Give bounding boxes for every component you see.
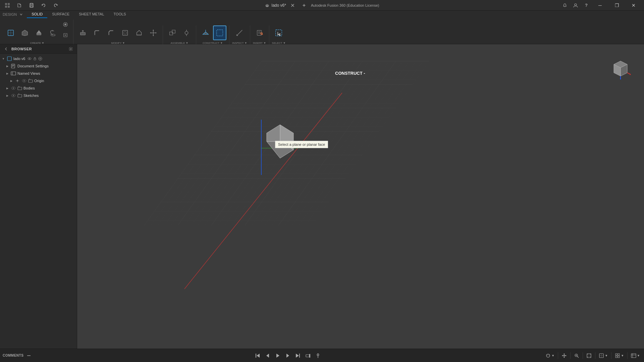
timeline-marker-button[interactable]: [314, 352, 322, 360]
svg-rect-119: [615, 354, 617, 355]
close-button[interactable]: ✕: [626, 0, 641, 11]
undo-button[interactable]: [39, 1, 48, 10]
svg-marker-84: [267, 125, 280, 141]
root-add-button[interactable]: [38, 56, 43, 61]
new-component-button[interactable]: [166, 25, 179, 40]
svg-marker-17: [22, 30, 28, 36]
redo-button[interactable]: [51, 1, 60, 10]
press-pull-button[interactable]: [76, 25, 90, 40]
svg-marker-26: [137, 31, 142, 35]
bodies-folder-icon: [17, 86, 22, 90]
pan-control-button[interactable]: [560, 351, 568, 360]
timeline-capture-button[interactable]: [304, 352, 312, 360]
tree-arrow-origin: ▶: [9, 79, 13, 83]
inspector-button[interactable]: ▼: [630, 351, 641, 360]
timeline-skip-start-button[interactable]: [254, 352, 262, 360]
move-button[interactable]: [147, 25, 160, 40]
extrude-button[interactable]: [32, 25, 46, 40]
measure-button[interactable]: [233, 25, 246, 40]
tree-item-origin[interactable]: ▶ Origin: [0, 77, 77, 84]
tab-tools[interactable]: TOOLS: [109, 11, 131, 18]
help-button[interactable]: ?: [582, 1, 591, 10]
tab-solid[interactable]: SOLID: [27, 11, 47, 18]
fit-view-button[interactable]: [585, 351, 593, 360]
grid-settings-button[interactable]: ▼: [613, 351, 625, 360]
zoom-control-button[interactable]: [573, 351, 581, 360]
svg-marker-105: [564, 353, 565, 354]
scale-button[interactable]: [132, 25, 146, 40]
viewport[interactable]: Select a plane or planar face CONSTRUCT …: [77, 44, 644, 349]
comments-area: COMMENTS: [3, 353, 32, 358]
origin-icon: [15, 78, 20, 83]
helmet-icon: [265, 3, 270, 8]
insert-derive-button[interactable]: [253, 25, 266, 40]
svg-rect-59: [11, 64, 15, 68]
joint-button[interactable]: [180, 25, 193, 40]
root-file-icon: [7, 56, 12, 61]
offset-plane-button[interactable]: [199, 25, 212, 40]
svg-rect-78: [144, 61, 429, 225]
timeline-next-button[interactable]: [284, 352, 292, 360]
sketch-button[interactable]: [4, 25, 17, 40]
3d-shape: [260, 121, 300, 162]
tree-item-sketches[interactable]: ▶ Sketches: [0, 92, 77, 99]
browser-settings-button[interactable]: [67, 46, 74, 52]
svg-point-13: [575, 4, 577, 6]
toolbar-group-create: CREATE ▼: [3, 19, 73, 45]
tree-item-doc-settings[interactable]: ▶ Document Settings: [0, 62, 77, 70]
fillet-button[interactable]: [90, 25, 104, 40]
svg-rect-6: [30, 6, 33, 7]
shell-button[interactable]: [118, 25, 132, 40]
sketches-folder-icon: [17, 93, 22, 98]
tree-item-bodies[interactable]: ▶ Bodies: [0, 84, 77, 92]
chamfer-button[interactable]: [104, 25, 118, 40]
file-menu-button[interactable]: [15, 1, 24, 10]
tab-sheet-metal[interactable]: SHEET METAL: [74, 11, 109, 18]
svg-rect-55: [34, 58, 36, 60]
restore-button[interactable]: ❐: [609, 0, 625, 11]
create-btn-2[interactable]: [60, 30, 70, 40]
notifications-button[interactable]: [560, 1, 570, 10]
root-eye-button[interactable]: [27, 56, 32, 61]
vp-separator-4: [595, 352, 595, 359]
browser-content: ▼ lado v6 ▶ D: [0, 54, 77, 349]
solid-form-button[interactable]: [18, 25, 32, 40]
origin-folder-icon: [28, 78, 33, 83]
timeline-play-button[interactable]: [274, 352, 282, 360]
svg-rect-121: [615, 356, 617, 358]
tree-item-named-views[interactable]: ▶ Named Views: [0, 70, 77, 77]
select-button[interactable]: [272, 25, 285, 40]
browser-title: BROWSER: [11, 47, 32, 51]
display-mode-button[interactable]: ▼: [597, 351, 609, 360]
title-text: Autodesk Fusion 360 (Education License): [311, 3, 379, 7]
svg-rect-18: [37, 33, 41, 35]
tree-item-root[interactable]: ▼ lado v6: [0, 55, 77, 62]
svg-rect-41: [217, 30, 223, 36]
tab-close-button[interactable]: [288, 1, 298, 10]
save-button[interactable]: [27, 1, 36, 10]
comments-close-button[interactable]: [26, 353, 32, 358]
construct-icons: [199, 25, 226, 40]
svg-rect-76: [18, 95, 22, 97]
revolve-button[interactable]: [46, 25, 60, 40]
svg-point-36: [185, 31, 188, 34]
account-button[interactable]: [571, 1, 580, 10]
root-lock-button[interactable]: [33, 56, 37, 61]
origin-visibility-icon: [21, 78, 27, 83]
vp-separator-2: [570, 352, 571, 359]
new-tab-button[interactable]: [300, 1, 309, 10]
inspect-icons: [233, 25, 246, 40]
tab-surface[interactable]: SURFACE: [47, 11, 74, 18]
titlebar-center: lado v6* Autodesk Fusion 360 (Education …: [265, 1, 379, 10]
select-btn-construct[interactable]: [213, 25, 226, 40]
svg-point-72: [13, 87, 14, 89]
minimize-button[interactable]: ─: [592, 0, 608, 11]
browser-collapse-button[interactable]: [3, 46, 9, 52]
timeline-skip-end-button[interactable]: [294, 352, 302, 360]
viewcube[interactable]: [607, 54, 634, 81]
timeline-prev-button[interactable]: [264, 352, 272, 360]
svg-point-54: [29, 58, 30, 59]
app-menu-button[interactable]: [3, 1, 12, 10]
create-btn-1[interactable]: [60, 19, 70, 29]
orbit-control-button[interactable]: ▼: [544, 351, 556, 360]
